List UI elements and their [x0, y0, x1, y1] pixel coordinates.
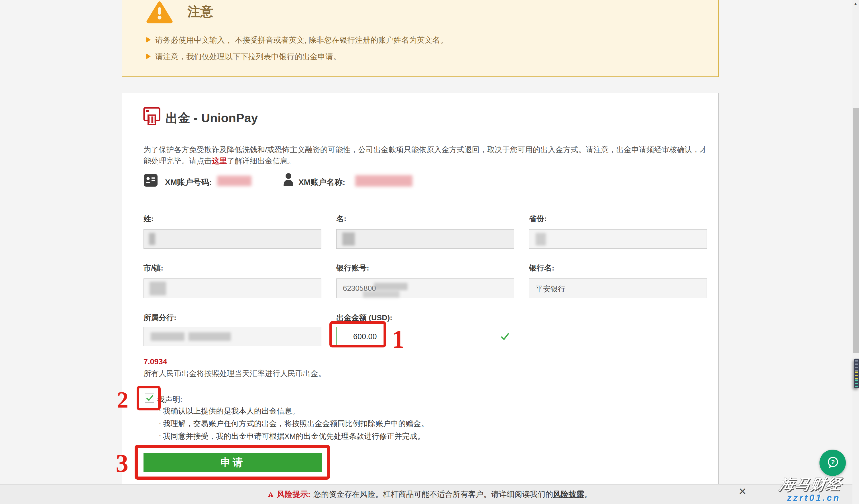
help-button[interactable]: ? — [819, 450, 846, 476]
branch-redacted — [189, 332, 231, 341]
city-label: 市/镇: — [144, 263, 163, 273]
notice-bullet: 请注意，我们仅处理以下下拉列表中银行的出金申请。 — [146, 52, 691, 62]
branch-redacted — [151, 332, 184, 341]
branch-field[interactable] — [144, 327, 321, 346]
notice-heading: 注意 — [187, 3, 213, 20]
bank-account-redacted — [374, 283, 408, 290]
notice-bullet-text: 请务必使用中文输入， 不接受拼音或者英文, 除非您在银行注册的账户姓名为英文名。 — [155, 35, 448, 45]
submit-button[interactable]: 申请 — [144, 453, 322, 472]
stripe-yellow — [855, 371, 858, 379]
intro-paragraph: 为了保护各方免受欺诈及降低洗钱和/或恐怖主义融资的可能性，公司出金款项只能依原入… — [144, 144, 710, 167]
bank-name-value: 平安银行 — [536, 284, 566, 294]
svg-text:?: ? — [831, 458, 835, 466]
bank-name-field[interactable]: 平安银行 — [529, 279, 707, 298]
scroll-up-icon[interactable]: ▲ — [853, 1, 858, 6]
bank-account-field[interactable]: 62305800 — [336, 279, 514, 298]
last-name-field[interactable] — [144, 229, 321, 249]
scrollbar-thumb[interactable] — [853, 108, 859, 353]
exchange-rate-note: 所有人民币出金将按照处理当天汇率进行人民币出金。 — [144, 368, 326, 379]
bullet-dot: · — [159, 406, 161, 416]
first-name-redacted — [342, 232, 355, 246]
risk-text-suffix: 。 — [584, 490, 592, 499]
withdrawal-bank-icon — [143, 107, 161, 126]
declaration-item: · 我确认以上提供的是我本人的出金信息。 — [159, 406, 300, 416]
notice-box: 注意 请务必使用中文输入， 不接受拼音或者英文, 除非您在银行注册的账户姓名为英… — [122, 0, 719, 77]
declaration-item: · 我同意并接受，我的出金申请可根据XM的出金优先处理条款进行修正并完成。 — [159, 431, 425, 441]
amount-value: 600.00 — [353, 332, 377, 341]
amount-label: 出金金额 (USD): — [336, 313, 392, 323]
account-number-redacted — [217, 176, 252, 186]
checkbox-check-icon — [146, 394, 154, 402]
risk-warning-bar: 风险提示: 您的资金存在风险。杠杆商品可能不适合所有客户。请详细阅读我们的风险披… — [0, 484, 859, 504]
valid-check-icon — [501, 332, 509, 340]
bullet-dot: · — [159, 431, 161, 441]
declaration-item-text: 我理解，交易账户任何方式的出金，将按照出金金额同比例扣除账户中的赠金。 — [163, 419, 429, 429]
first-name-label: 名: — [336, 214, 346, 224]
city-redacted — [150, 282, 166, 295]
person-icon — [283, 173, 295, 187]
intro-text-tail: 了解详细出金信息。 — [227, 157, 296, 165]
close-icon[interactable]: ✕ — [738, 487, 747, 496]
account-name-redacted — [355, 175, 412, 187]
stripe-gray — [855, 360, 858, 371]
bank-account-redacted — [363, 291, 400, 298]
id-card-icon — [144, 174, 157, 187]
stripe-teal — [855, 379, 858, 388]
risk-prefix: 风险提示: — [277, 489, 311, 500]
account-name-label: XM账户名称: — [299, 177, 345, 188]
risk-disclosure-link[interactable]: 风险披露 — [553, 490, 584, 499]
withdrawal-card: 出金 - UnionPay 为了保护各方免受欺诈及降低洗钱和/或恐怖主义融资的可… — [122, 93, 719, 484]
last-name-label: 姓: — [144, 214, 153, 224]
province-label: 省份: — [529, 214, 547, 224]
notice-bullet: 请务必使用中文输入， 不接受拼音或者英文, 除非您在银行注册的账户姓名为英文名。 — [146, 35, 691, 45]
declaration-checkbox[interactable] — [145, 394, 154, 403]
risk-text-body: 您的资金存在风险。杠杆商品可能不适合所有客户。请详细阅读我们的 — [313, 490, 553, 499]
exchange-rate: 7.0934 — [144, 358, 167, 366]
account-number-label: XM账户号码: — [165, 177, 212, 188]
risk-warning-icon — [267, 491, 274, 498]
branch-label: 所属分行: — [144, 313, 177, 323]
declaration-item: · 我理解，交易账户任何方式的出金，将按照出金金额同比例扣除账户中的赠金。 — [159, 419, 428, 429]
last-name-redacted — [149, 233, 155, 245]
first-name-field[interactable] — [336, 229, 514, 249]
bullet-dot: · — [159, 419, 161, 429]
province-field[interactable] — [529, 229, 707, 249]
city-field[interactable] — [144, 279, 321, 298]
arrow-marker-icon — [146, 53, 151, 59]
province-redacted — [536, 233, 546, 246]
declaration-item-text: 我同意并接受，我的出金申请可根据XM的出金优先处理条款进行修正并完成。 — [163, 431, 425, 441]
declaration-item-text: 我确认以上提供的是我本人的出金信息。 — [163, 406, 300, 416]
details-link[interactable]: 这里 — [212, 157, 227, 165]
declaration-label: 我声明: — [157, 394, 182, 405]
divider — [144, 194, 707, 194]
annotation-number-1: 1 — [392, 325, 404, 353]
arrow-marker-icon — [146, 37, 151, 43]
risk-text: 您的资金存在风险。杠杆商品可能不适合所有客户。请详细阅读我们的风险披露。 — [313, 489, 592, 500]
notice-bullet-text: 请注意，我们仅处理以下下拉列表中银行的出金申请。 — [155, 52, 341, 62]
bank-name-label: 银行名: — [529, 263, 554, 273]
page-title: 出金 - UnionPay — [166, 110, 258, 126]
annotation-number-3: 3 — [116, 449, 128, 478]
annotation-number-2: 2 — [117, 387, 128, 413]
warning-triangle-icon — [146, 1, 174, 24]
bank-account-label: 银行账号: — [336, 263, 369, 273]
amount-field[interactable]: 600.00 — [336, 327, 514, 346]
side-panel-tab[interactable] — [854, 359, 859, 388]
help-bubble-icon: ? — [825, 455, 840, 470]
